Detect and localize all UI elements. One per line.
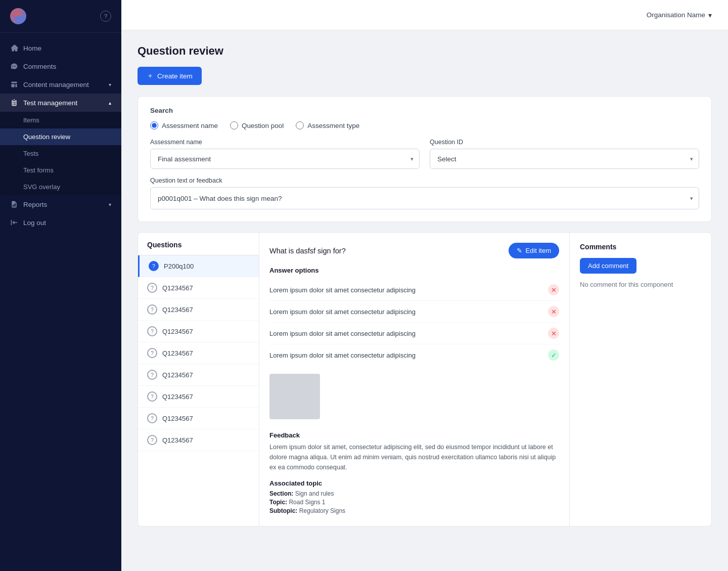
content-icon [10,80,18,89]
answer-text: Lorem ipsum dolor sit amet consectetur a… [269,352,416,359]
radio-assessment-type[interactable]: Assessment type [296,121,359,129]
test-forms-label: Test forms [23,166,54,174]
section-label: Section: [269,490,293,497]
answer-option: Lorem ipsum dolor sit amet consectetur a… [269,323,559,344]
question-id-select[interactable]: Select [430,149,699,169]
question-text-select[interactable]: p0001q001 – What does this sign mean? [150,187,699,209]
question-id-select-wrapper: Select ▾ [430,149,699,169]
question-list: ? P200q100 ? Q1234567 ? Q1234567 ? Q1234… [138,255,259,526]
wrong-answer-icon: ✕ [548,306,559,317]
search-section: Search Assessment name Question pool Ass… [138,96,712,222]
question-icon: ? [147,348,157,358]
page-content: Question review ＋ Create item Search Ass… [121,30,728,571]
sidebar-item-test-forms[interactable]: Test forms [0,162,121,179]
radio-assessment-type-input[interactable] [296,121,304,129]
answer-options-section: Answer options Lorem ipsum dolor sit ame… [269,267,559,366]
tests-label: Tests [23,150,38,157]
sidebar-item-svg-overlay[interactable]: SVG overlay [0,179,121,195]
question-icon: ? [149,261,159,271]
sidebar-item-comments[interactable]: Comments [0,57,121,75]
question-item[interactable]: ? Q1234567 [138,299,259,321]
question-item[interactable]: ? P200q100 [138,255,259,277]
sidebar-item-reports[interactable]: Reports ▾ [0,195,121,213]
question-item[interactable]: ? Q1234567 [138,342,259,364]
chevron-down-icon: ▾ [708,11,712,19]
correct-answer-icon: ✓ [548,349,559,361]
radio-question-pool-input[interactable] [230,121,238,129]
associated-topic-section: Associated topic Section: Sign and rules… [269,479,559,516]
main-area: Organisation Name ▾ Question review ＋ Cr… [121,0,728,571]
subtopic-label: Subtopic: [269,507,297,514]
radio-assessment-name-input[interactable] [150,121,158,129]
answer-text: Lorem ipsum dolor sit amet consectetur a… [269,286,416,294]
question-id: Q1234567 [162,349,193,357]
wrong-answer-icon: ✕ [548,328,559,339]
question-id: Q1234567 [162,393,193,401]
sidebar-item-logout[interactable]: Log out [0,213,121,232]
question-icon: ? [147,326,157,336]
edit-item-button[interactable]: ✎ Edit item [509,243,559,258]
question-text-label: Question text or feedback [150,177,699,184]
assessment-name-select[interactable]: Final assessment [150,149,420,169]
add-comment-button[interactable]: Add comment [580,258,636,274]
sidebar: ? Home Comments Content management ▾ [0,0,121,571]
help-icon[interactable]: ? [100,11,111,22]
search-label: Search [150,107,699,114]
logout-icon [10,218,18,227]
search-radio-group: Assessment name Question pool Assessment… [150,121,699,129]
question-icon: ? [147,370,157,380]
chevron-down-icon: ▾ [109,82,111,87]
question-item[interactable]: ? Q1234567 [138,429,259,451]
question-id: Q1234567 [162,371,193,379]
question-icon: ? [147,413,157,423]
question-item[interactable]: ? Q1234567 [138,386,259,408]
question-review-label: Question review [23,133,70,141]
comments-header: Comments [580,243,701,251]
question-id: Q1234567 [162,328,193,335]
question-text: What is dasfsf sign for? [269,247,346,255]
sidebar-item-label: Test management [23,99,77,107]
question-id-field: Question ID Select ▾ [430,139,699,169]
radio-assessment-name[interactable]: Assessment name [150,121,218,129]
question-item[interactable]: ? Q1234567 [138,408,259,429]
question-item[interactable]: ? Q1234567 [138,321,259,342]
subtopic-row: Subtopic: Regulatory Signs [269,507,559,514]
sidebar-item-content-management[interactable]: Content management ▾ [0,75,121,94]
feedback-text: Lorem ipsum dolor sit amet, consectetur … [269,442,559,472]
sidebar-header: ? [0,0,121,33]
chevron-up-icon: ▴ [109,100,111,106]
sidebar-item-test-management[interactable]: Test management ▴ [0,94,121,112]
answer-text: Lorem ipsum dolor sit amet consectetur a… [269,308,416,316]
question-id: Q1234567 [162,436,193,444]
feedback-label: Feedback [269,431,559,439]
items-label: Items [23,116,39,124]
org-name-text: Organisation Name [647,11,705,19]
answer-text: Lorem ipsum dolor sit amet consectetur a… [269,330,416,337]
sidebar-item-label: Home [23,45,41,52]
main-panel: Questions ? P200q100 ? Q1234567 ? Q12345… [138,232,712,526]
question-item[interactable]: ? Q1234567 [138,364,259,386]
create-item-button[interactable]: ＋ Create item [138,67,202,85]
org-name[interactable]: Organisation Name ▾ [647,11,712,19]
topbar: Organisation Name ▾ [121,0,728,30]
answer-option: Lorem ipsum dolor sit amet consectetur a… [269,301,559,323]
question-icon: ? [147,435,157,445]
detail-header: What is dasfsf sign for? ✎ Edit item [269,243,559,258]
sidebar-item-items[interactable]: Items [0,112,121,128]
questions-panel: Questions ? P200q100 ? Q1234567 ? Q12345… [138,233,259,526]
radio-question-pool[interactable]: Question pool [230,121,284,129]
question-icon: ? [147,304,157,315]
sidebar-item-tests[interactable]: Tests [0,145,121,162]
sidebar-nav: Home Comments Content management ▾ Test … [0,33,121,571]
topic-value: Road Signs 1 [289,499,325,506]
sidebar-item-question-review[interactable]: Question review [0,128,121,145]
question-text-select-wrapper: p0001q001 – What does this sign mean? ▾ [150,187,699,209]
sidebar-item-home[interactable]: Home [0,39,121,57]
home-icon [10,44,18,52]
question-id-label: Question ID [430,139,699,146]
sidebar-item-label: Comments [23,63,56,70]
question-image [269,374,320,419]
feedback-section: Feedback Lorem ipsum dolor sit amet, con… [269,431,559,472]
question-item[interactable]: ? Q1234567 [138,277,259,299]
test-icon [10,99,18,107]
